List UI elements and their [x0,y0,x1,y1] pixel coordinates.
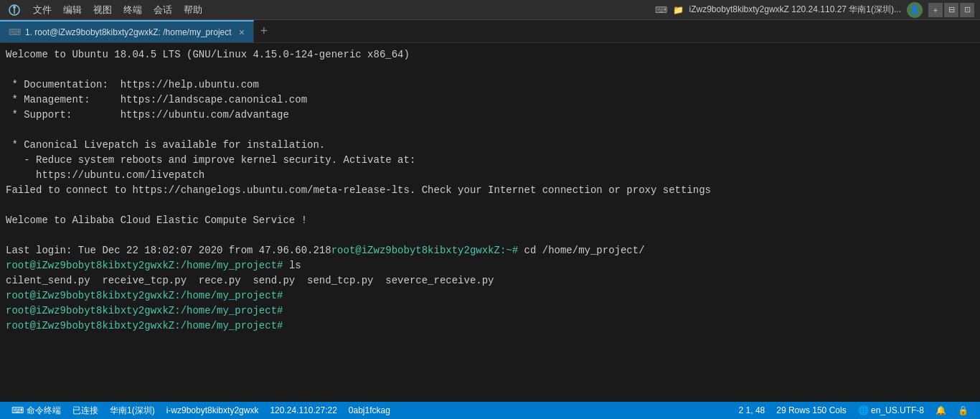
encoding-label: 🌐 en_US.UTF-8 [858,405,924,415]
terminal-tab[interactable]: ⌨ 1. root@iZwz9bobyt8kibxty2gwxkZ: /home… [0,20,254,42]
terminal-icon: ⌨ [655,5,667,15]
prompt4: root@iZwz9bobyt8kibxty2gwxkZ:/home/my_pr… [6,305,283,316]
terminal-dimensions: 29 Rows 150 Cols [776,405,846,415]
window-controls: + ⊟ ⊡ [928,3,974,17]
menu-view[interactable]: 视图 [88,1,118,19]
tab-label: 1. root@iZwz9bobyt8kibxty2gwxkZ: /home/m… [25,27,232,37]
tab-icon: ⌨ [9,27,21,37]
status-region-label: 华南1(深圳) [110,405,155,417]
svg-point-1 [13,6,16,9]
status-session[interactable]: 0abj1fckag [343,402,396,419]
cmd2: ls [289,260,301,271]
window-title: iZwz9bobyt8kibxty2gwxkZ 120.24.110.27 华南… [689,4,901,16]
maximize-button[interactable]: ⊡ [960,3,974,17]
keyboard-icon: ⌨ [11,405,24,415]
menu-session[interactable]: 会话 [148,1,178,19]
prompt3: root@iZwz9bobyt8kibxty2gwxkZ:/home/my_pr… [6,290,283,301]
status-instance-label: i-wz9bobyt8kibxty2gwxk [166,405,259,415]
menu-bar-right: ⌨ 📁 iZwz9bobyt8kibxty2gwxkZ 120.24.110.2… [655,2,974,18]
status-bar: ⌨ 命令终端 已连接 华南1(深圳) i-wz9bobyt8kibxty2gwx… [0,402,980,419]
ls-output: cilent_send.py receive_tcp.py rece.py se… [6,275,494,286]
terminal-content[interactable]: Welcome to Ubuntu 18.04.5 LTS (GNU/Linux… [0,43,980,402]
bell-icon: 🔔 [936,405,946,415]
tab-bar: ⌨ 1. root@iZwz9bobyt8kibxty2gwxkZ: /home… [0,20,980,43]
menu-bar-left: 文件 编辑 视图 终端 会话 帮助 [6,1,654,19]
status-cmd-terminal: 命令终端 [27,405,61,417]
status-bell[interactable]: 🔔 [930,405,952,415]
cmd1: cd /home/my_project/ [524,245,645,256]
new-tab-button[interactable]: + [928,3,943,17]
add-tab-button[interactable]: + [254,20,274,42]
lock-icon: 🔒 [958,405,969,415]
cursor-position: 2 1, 48 [739,405,765,415]
status-bar-right: 2 1, 48 29 Rows 150 Cols 🌐 en_US.UTF-8 🔔… [733,405,974,415]
menu-bar: 文件 编辑 视图 终端 会话 帮助 ⌨ 📁 iZwz9bobyt8kibxty2… [0,0,980,20]
prompt5: root@iZwz9bobyt8kibxty2gwxkZ:/home/my_pr… [6,320,283,331]
status-region[interactable]: 华南1(深圳) [104,402,161,419]
user-avatar: 👤 [907,2,923,18]
status-ip-label: 120.24.110.27:22 [270,405,336,415]
menu-edit[interactable]: 编辑 [57,1,88,19]
status-cursor-pos[interactable]: 2 1, 48 [733,405,771,415]
app-icon [6,1,23,19]
status-encoding[interactable]: 🌐 en_US.UTF-8 [852,405,930,415]
status-lock[interactable]: 🔒 [952,405,974,415]
folder-icon: 📁 [673,5,684,15]
terminal-output: Welcome to Ubuntu 18.04.5 LTS (GNU/Linux… [6,47,974,334]
status-connected[interactable]: 已连接 [67,402,104,419]
window-title-area: ⌨ 📁 iZwz9bobyt8kibxty2gwxkZ 120.24.110.2… [655,2,923,18]
split-button[interactable]: ⊟ [944,3,958,17]
menu-help[interactable]: 帮助 [178,1,208,19]
status-session-label: 0abj1fckag [349,405,390,415]
prompt2: root@iZwz9bobyt8kibxty2gwxkZ:/home/my_pr… [6,260,289,271]
prompt1: root@iZwz9bobyt8kibxty2gwxkZ:~# [331,245,524,256]
status-instance[interactable]: i-wz9bobyt8kibxty2gwxk [161,402,265,419]
status-terminal-icon[interactable]: ⌨ 命令终端 [6,402,67,419]
status-dimensions[interactable]: 29 Rows 150 Cols [771,405,852,415]
status-connected-label: 已连接 [72,405,98,417]
tab-close-button[interactable]: × [239,27,245,38]
menu-file[interactable]: 文件 [27,1,57,19]
menu-terminal[interactable]: 终端 [118,1,148,19]
status-ip[interactable]: 120.24.110.27:22 [264,402,342,419]
